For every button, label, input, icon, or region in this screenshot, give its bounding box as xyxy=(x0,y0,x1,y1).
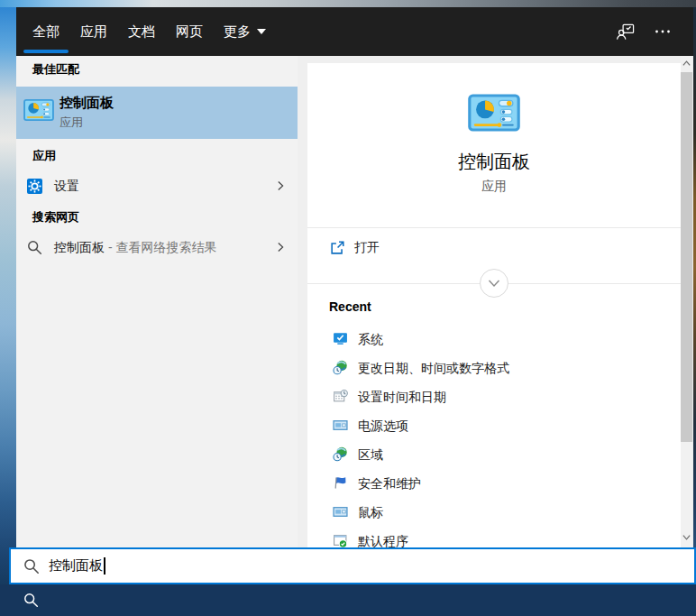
search-window: 全部 应用 文档 网页 更多 xyxy=(16,7,693,584)
desktop-wallpaper-left xyxy=(0,7,16,584)
preview-panel: 控制面板 应用 打开 xyxy=(298,56,693,584)
default-programs-icon xyxy=(333,533,348,548)
tab-all[interactable]: 全部 xyxy=(23,7,69,56)
text-caret xyxy=(104,557,105,575)
topbar-icon-group xyxy=(616,23,671,41)
best-match-header: 最佳匹配 xyxy=(32,61,79,78)
recent-item-region[interactable]: 区域 xyxy=(307,440,681,469)
active-tab-underline xyxy=(23,50,69,53)
control-panel-icon xyxy=(468,94,520,132)
open-action[interactable]: 打开 xyxy=(307,228,681,268)
best-match-result-control-panel[interactable]: 控制面板 应用 xyxy=(16,87,298,139)
best-match-subtitle: 应用 xyxy=(60,115,83,131)
tab-more[interactable]: 更多 xyxy=(215,7,275,56)
chevron-down-icon xyxy=(257,29,266,34)
desktop-wallpaper-top xyxy=(0,0,696,7)
apps-section-header: 应用 xyxy=(32,148,56,164)
scroll-down-icon[interactable] xyxy=(682,532,691,542)
tab-more-label: 更多 xyxy=(224,23,251,41)
preview-app-subtitle: 应用 xyxy=(307,179,681,195)
windows-search-flyout: 全部 应用 文档 网页 更多 xyxy=(0,0,696,616)
account-feedback-icon[interactable] xyxy=(616,23,635,41)
tab-web-label: 网页 xyxy=(176,23,203,41)
tab-apps-label: 应用 xyxy=(80,23,107,41)
result-settings[interactable]: 设置 xyxy=(16,171,298,202)
tab-web[interactable]: 网页 xyxy=(167,7,212,56)
recent-item-set-time-date[interactable]: 设置时间和日期 xyxy=(307,382,681,411)
tab-apps[interactable]: 应用 xyxy=(71,7,116,56)
recent-item-system[interactable]: 系统 xyxy=(307,325,681,354)
search-input-value[interactable]: 控制面板 xyxy=(49,557,103,573)
best-match-title: 控制面板 xyxy=(60,95,114,112)
recent-header: Recent xyxy=(329,299,371,314)
taskbar-search-icon[interactable] xyxy=(23,593,39,608)
settings-label: 设置 xyxy=(54,179,79,195)
chevron-right-icon[interactable] xyxy=(274,179,287,192)
system-icon xyxy=(333,331,348,346)
more-options-icon[interactable] xyxy=(655,29,671,34)
calendar-clock-icon xyxy=(333,389,348,404)
recent-item-power-options[interactable]: 电源选项 xyxy=(307,411,681,440)
results-panel: 最佳匹配 控制面板 应用 应用 xyxy=(16,56,298,584)
scroll-up-icon[interactable] xyxy=(682,59,691,69)
chevron-right-icon[interactable] xyxy=(274,241,287,253)
search-icon xyxy=(23,558,40,575)
globe-clock-icon xyxy=(333,360,348,375)
recent-item-change-date-formats[interactable]: 更改日期、时间或数字格式 xyxy=(307,354,681,382)
expand-actions-button[interactable] xyxy=(480,269,508,298)
settings-gear-icon xyxy=(27,179,42,194)
search-filter-tabbar: 全部 应用 文档 网页 更多 xyxy=(16,7,693,56)
search-icon xyxy=(27,240,42,255)
scrollbar-thumb[interactable] xyxy=(681,72,692,442)
flag-icon xyxy=(333,475,348,491)
control-panel-icon xyxy=(23,98,54,122)
web-search-header: 搜索网页 xyxy=(32,209,79,225)
open-label: 打开 xyxy=(354,240,380,256)
preview-card: 控制面板 应用 打开 xyxy=(307,63,681,584)
tab-all-label: 全部 xyxy=(32,23,60,41)
tab-documents[interactable]: 文档 xyxy=(119,7,164,56)
globe-clock-icon xyxy=(333,446,348,462)
open-external-icon xyxy=(329,240,345,256)
result-web-search[interactable]: 控制面板 - 查看网络搜索结果 xyxy=(16,233,298,263)
preview-app-title: 控制面板 xyxy=(307,150,681,174)
tab-documents-label: 文档 xyxy=(128,23,155,41)
scrollbar[interactable] xyxy=(681,56,692,584)
power-options-icon xyxy=(333,418,348,433)
web-search-query: 控制面板 xyxy=(54,240,105,254)
search-input-box[interactable]: 控制面板 xyxy=(9,547,696,584)
taskbar xyxy=(0,584,696,616)
recent-item-security-maintenance[interactable]: 安全和维护 xyxy=(307,469,681,498)
recent-item-mouse[interactable]: 鼠标 xyxy=(307,498,681,527)
mouse-icon xyxy=(333,504,348,519)
web-search-suffix: - 查看网络搜索结果 xyxy=(105,240,216,254)
recent-list: 系统 更改日期、时间或数字格式 xyxy=(307,325,681,556)
chevron-down-icon xyxy=(488,279,500,289)
search-results-body: 最佳匹配 控制面板 应用 应用 xyxy=(16,56,693,584)
